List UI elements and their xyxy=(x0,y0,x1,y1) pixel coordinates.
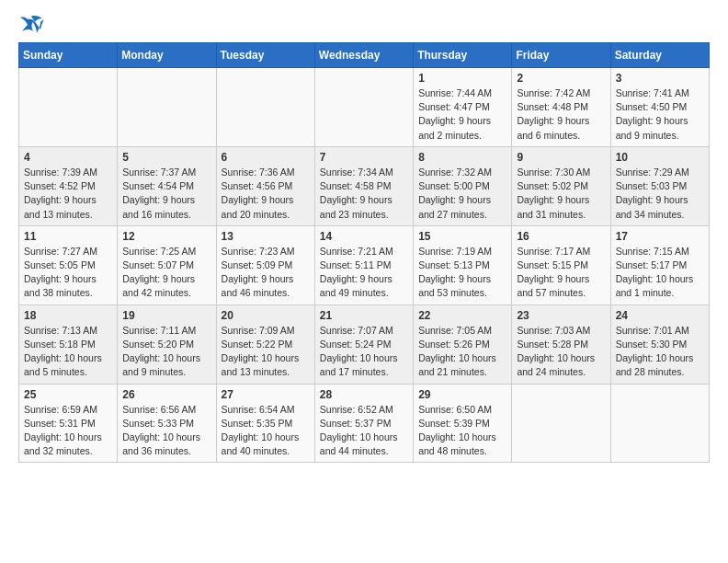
calendar-cell: 5Sunrise: 7:37 AMSunset: 4:54 PMDaylight… xyxy=(118,146,216,225)
day-info: Sunrise: 7:41 AMSunset: 4:50 PMDaylight:… xyxy=(616,86,704,143)
calendar-body: 1Sunrise: 7:44 AMSunset: 4:47 PMDaylight… xyxy=(19,68,710,463)
day-info: Sunrise: 7:15 AMSunset: 5:17 PMDaylight:… xyxy=(616,245,704,301)
calendar-table: SundayMondayTuesdayWednesdayThursdayFrid… xyxy=(18,42,710,463)
day-info: Sunrise: 6:54 AMSunset: 5:35 PMDaylight:… xyxy=(222,403,310,459)
weekday-header-friday: Friday xyxy=(512,43,610,68)
day-number: 17 xyxy=(616,230,704,243)
day-info: Sunrise: 7:13 AMSunset: 5:18 PMDaylight:… xyxy=(24,324,112,380)
calendar-cell xyxy=(314,68,413,147)
day-info: Sunrise: 7:29 AMSunset: 5:03 PMDaylight:… xyxy=(616,166,704,222)
day-number: 12 xyxy=(122,230,210,243)
day-info: Sunrise: 7:09 AMSunset: 5:22 PMDaylight:… xyxy=(222,324,310,380)
weekday-header-thursday: Thursday xyxy=(414,43,512,68)
calendar-week-4: 18Sunrise: 7:13 AMSunset: 5:18 PMDayligh… xyxy=(19,304,710,384)
day-number: 23 xyxy=(517,309,605,322)
day-number: 11 xyxy=(24,230,112,243)
calendar-cell: 23Sunrise: 7:03 AMSunset: 5:28 PMDayligh… xyxy=(512,304,610,384)
day-number: 27 xyxy=(222,388,310,401)
day-info: Sunrise: 7:42 AMSunset: 4:48 PMDaylight:… xyxy=(517,86,605,143)
logo-icon xyxy=(18,15,44,35)
calendar-week-1: 1Sunrise: 7:44 AMSunset: 4:47 PMDaylight… xyxy=(19,68,710,147)
day-info: Sunrise: 7:21 AMSunset: 5:11 PMDaylight:… xyxy=(320,245,408,301)
day-info: Sunrise: 7:07 AMSunset: 5:24 PMDaylight:… xyxy=(320,324,408,380)
page-header xyxy=(18,15,710,35)
calendar-week-2: 4Sunrise: 7:39 AMSunset: 4:52 PMDaylight… xyxy=(19,146,710,225)
day-number: 1 xyxy=(418,72,506,85)
calendar-cell: 26Sunrise: 6:56 AMSunset: 5:33 PMDayligh… xyxy=(118,384,216,463)
day-info: Sunrise: 6:56 AMSunset: 5:33 PMDaylight:… xyxy=(122,403,210,459)
day-number: 13 xyxy=(222,230,310,243)
day-info: Sunrise: 7:03 AMSunset: 5:28 PMDaylight:… xyxy=(517,324,605,380)
calendar-cell: 25Sunrise: 6:59 AMSunset: 5:31 PMDayligh… xyxy=(19,384,118,463)
logo xyxy=(18,15,48,35)
calendar-week-3: 11Sunrise: 7:27 AMSunset: 5:05 PMDayligh… xyxy=(19,225,710,304)
calendar-cell: 3Sunrise: 7:41 AMSunset: 4:50 PMDaylight… xyxy=(610,68,709,147)
day-number: 20 xyxy=(222,309,310,322)
day-info: Sunrise: 7:39 AMSunset: 4:52 PMDaylight:… xyxy=(24,166,112,222)
calendar-cell: 10Sunrise: 7:29 AMSunset: 5:03 PMDayligh… xyxy=(610,146,709,225)
day-number: 9 xyxy=(517,151,605,164)
day-number: 7 xyxy=(320,151,408,164)
day-info: Sunrise: 7:34 AMSunset: 4:58 PMDaylight:… xyxy=(320,166,408,222)
calendar-cell: 4Sunrise: 7:39 AMSunset: 4:52 PMDaylight… xyxy=(19,146,118,225)
day-number: 24 xyxy=(616,309,704,322)
day-info: Sunrise: 7:36 AMSunset: 4:56 PMDaylight:… xyxy=(222,166,310,222)
day-info: Sunrise: 7:37 AMSunset: 4:54 PMDaylight:… xyxy=(122,166,210,222)
day-number: 19 xyxy=(122,309,210,322)
day-number: 21 xyxy=(320,309,408,322)
calendar-week-5: 25Sunrise: 6:59 AMSunset: 5:31 PMDayligh… xyxy=(19,384,710,463)
weekday-header-row: SundayMondayTuesdayWednesdayThursdayFrid… xyxy=(19,43,710,68)
day-info: Sunrise: 7:17 AMSunset: 5:15 PMDaylight:… xyxy=(517,245,605,301)
weekday-header-wednesday: Wednesday xyxy=(314,43,413,68)
day-info: Sunrise: 7:32 AMSunset: 5:00 PMDaylight:… xyxy=(418,166,506,222)
day-number: 16 xyxy=(517,230,605,243)
calendar-cell: 2Sunrise: 7:42 AMSunset: 4:48 PMDaylight… xyxy=(512,68,610,147)
day-info: Sunrise: 7:44 AMSunset: 4:47 PMDaylight:… xyxy=(418,86,506,143)
day-number: 22 xyxy=(418,309,506,322)
day-number: 28 xyxy=(320,388,408,401)
calendar-header: SundayMondayTuesdayWednesdayThursdayFrid… xyxy=(19,43,710,68)
calendar-cell: 18Sunrise: 7:13 AMSunset: 5:18 PMDayligh… xyxy=(19,304,118,384)
calendar-cell: 8Sunrise: 7:32 AMSunset: 5:00 PMDaylight… xyxy=(414,146,512,225)
weekday-header-tuesday: Tuesday xyxy=(216,43,314,68)
calendar-cell: 17Sunrise: 7:15 AMSunset: 5:17 PMDayligh… xyxy=(610,225,709,304)
day-number: 26 xyxy=(122,388,210,401)
calendar-cell: 7Sunrise: 7:34 AMSunset: 4:58 PMDaylight… xyxy=(314,146,413,225)
day-info: Sunrise: 6:50 AMSunset: 5:39 PMDaylight:… xyxy=(418,403,506,459)
day-number: 3 xyxy=(616,72,704,85)
day-number: 14 xyxy=(320,230,408,243)
calendar-cell xyxy=(610,384,709,463)
day-number: 25 xyxy=(24,388,112,401)
calendar-cell xyxy=(512,384,610,463)
calendar-cell: 13Sunrise: 7:23 AMSunset: 5:09 PMDayligh… xyxy=(216,225,314,304)
calendar-cell xyxy=(216,68,314,147)
calendar-cell: 21Sunrise: 7:07 AMSunset: 5:24 PMDayligh… xyxy=(314,304,413,384)
day-info: Sunrise: 7:19 AMSunset: 5:13 PMDaylight:… xyxy=(418,245,506,301)
day-info: Sunrise: 7:27 AMSunset: 5:05 PMDaylight:… xyxy=(24,245,112,301)
day-number: 8 xyxy=(418,151,506,164)
calendar-cell xyxy=(118,68,216,147)
calendar-cell: 6Sunrise: 7:36 AMSunset: 4:56 PMDaylight… xyxy=(216,146,314,225)
calendar-cell: 12Sunrise: 7:25 AMSunset: 5:07 PMDayligh… xyxy=(118,225,216,304)
calendar-cell: 27Sunrise: 6:54 AMSunset: 5:35 PMDayligh… xyxy=(216,384,314,463)
calendar-cell: 9Sunrise: 7:30 AMSunset: 5:02 PMDaylight… xyxy=(512,146,610,225)
calendar-cell: 11Sunrise: 7:27 AMSunset: 5:05 PMDayligh… xyxy=(19,225,118,304)
day-number: 5 xyxy=(122,151,210,164)
day-number: 15 xyxy=(418,230,506,243)
day-info: Sunrise: 7:23 AMSunset: 5:09 PMDaylight:… xyxy=(222,245,310,301)
day-number: 18 xyxy=(24,309,112,322)
calendar-cell: 15Sunrise: 7:19 AMSunset: 5:13 PMDayligh… xyxy=(414,225,512,304)
weekday-header-saturday: Saturday xyxy=(610,43,709,68)
day-number: 4 xyxy=(24,151,112,164)
day-number: 29 xyxy=(418,388,506,401)
day-info: Sunrise: 7:30 AMSunset: 5:02 PMDaylight:… xyxy=(517,166,605,222)
day-info: Sunrise: 7:01 AMSunset: 5:30 PMDaylight:… xyxy=(616,324,704,380)
calendar-cell xyxy=(19,68,118,147)
calendar-cell: 29Sunrise: 6:50 AMSunset: 5:39 PMDayligh… xyxy=(414,384,512,463)
calendar-cell: 20Sunrise: 7:09 AMSunset: 5:22 PMDayligh… xyxy=(216,304,314,384)
calendar-cell: 16Sunrise: 7:17 AMSunset: 5:15 PMDayligh… xyxy=(512,225,610,304)
day-info: Sunrise: 7:11 AMSunset: 5:20 PMDaylight:… xyxy=(122,324,210,380)
weekday-header-sunday: Sunday xyxy=(19,43,118,68)
weekday-header-monday: Monday xyxy=(118,43,216,68)
day-number: 2 xyxy=(517,72,605,85)
